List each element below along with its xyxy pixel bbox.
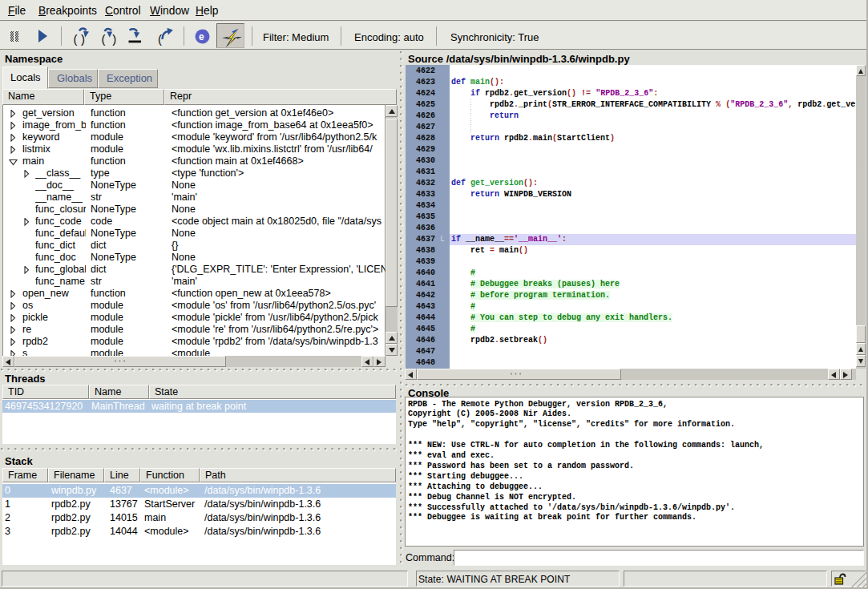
svg-text:(: ( bbox=[100, 34, 107, 46]
svg-text:e: e bbox=[199, 31, 204, 42]
svg-text:(): () bbox=[72, 34, 86, 46]
svg-text:): ) bbox=[111, 34, 118, 46]
